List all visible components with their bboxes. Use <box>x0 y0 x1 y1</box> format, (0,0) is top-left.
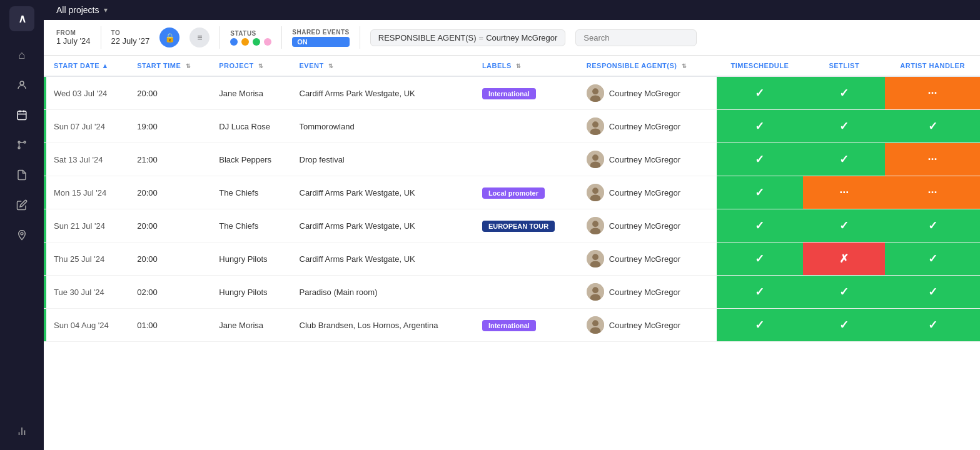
table-container: START DATE ▲ START TIME ⇅ PROJECT ⇅ EVEN… <box>44 56 980 450</box>
cell-artist-handler[interactable]: ··· <box>885 176 980 209</box>
cell-timeschedule[interactable]: ✓ <box>717 209 804 242</box>
col-event[interactable]: EVENT ⇅ <box>292 56 475 76</box>
svg-rect-1 <box>18 111 26 120</box>
shared-events-toggle[interactable]: ON <box>292 37 350 47</box>
cell-project: The Chiefs <box>211 209 291 242</box>
cell-setlist[interactable]: ✗ <box>803 242 885 276</box>
cell-artist-handler[interactable]: ✓ <box>885 276 980 309</box>
cell-event: Cardiff Arms Park Westgate, UK <box>292 76 475 110</box>
menu-button[interactable]: ≡ <box>189 28 210 48</box>
cell-start-time: 01:00 <box>129 309 211 342</box>
status-dot-green[interactable] <box>253 38 260 46</box>
cell-event: Cardiff Arms Park Westgate, UK <box>292 209 475 242</box>
from-value[interactable]: 1 July '24 <box>56 36 91 46</box>
label-badge: International <box>482 88 536 99</box>
cell-agent: Courtney McGregor <box>579 143 717 176</box>
from-filter: FROM 1 July '24 <box>56 29 91 46</box>
cell-artist-handler[interactable]: ··· <box>885 143 980 176</box>
cell-timeschedule[interactable]: ✓ <box>717 110 804 143</box>
chart-icon[interactable] <box>9 419 34 444</box>
svg-point-29 <box>592 254 599 260</box>
avatar <box>587 283 604 301</box>
cell-agent: Courtney McGregor <box>579 209 717 242</box>
cell-setlist[interactable]: ✓ <box>803 209 885 242</box>
divider-2 <box>220 26 220 49</box>
chevron-down-icon[interactable]: ▾ <box>104 6 108 14</box>
cell-start-date: Wed 03 Jul '24 <box>46 76 129 110</box>
svg-point-23 <box>592 188 599 194</box>
to-value[interactable]: 22 July '27 <box>111 36 150 46</box>
cell-setlist[interactable]: ··· <box>803 176 885 209</box>
agent-cell: Courtney McGregor <box>587 283 709 301</box>
cell-event: Cardiff Arms Park Westgate, UK <box>292 242 475 276</box>
app-logo[interactable]: ∧ <box>9 6 34 31</box>
avatar <box>587 118 604 135</box>
status-dot-blue[interactable] <box>230 38 238 46</box>
agent-cell: Courtney McGregor <box>587 184 709 201</box>
agent-name: Courtney McGregor <box>609 155 680 164</box>
cell-label: International <box>475 76 579 110</box>
table-row: Sun 04 Aug '2401:00Jane MorisaClub Brand… <box>44 309 980 342</box>
project-selector[interactable]: All projects <box>56 5 99 15</box>
cell-timeschedule[interactable]: ✓ <box>717 309 804 342</box>
avatar <box>587 151 604 168</box>
cell-event: Drop festival <box>292 143 475 176</box>
col-labels[interactable]: LABELS ⇅ <box>475 56 579 76</box>
cell-artist-handler[interactable]: ✓ <box>885 209 980 242</box>
from-label: FROM <box>56 29 91 36</box>
agent-cell: Courtney McGregor <box>587 316 709 334</box>
cell-setlist[interactable]: ✓ <box>803 276 885 309</box>
cell-setlist[interactable]: ✓ <box>803 76 885 110</box>
cell-project: Black Peppers <box>211 143 291 176</box>
cell-setlist[interactable]: ✓ <box>803 143 885 176</box>
col-artist-handler[interactable]: ARTIST HANDLER <box>885 56 980 76</box>
search-input[interactable] <box>575 29 697 46</box>
status-dot-pink[interactable] <box>264 38 271 46</box>
cell-timeschedule[interactable]: ✓ <box>717 242 804 276</box>
cell-setlist[interactable]: ✓ <box>803 110 885 143</box>
avatar <box>587 84 604 102</box>
edit-icon[interactable] <box>9 192 34 218</box>
cell-timeschedule[interactable]: ✓ <box>717 143 804 176</box>
cell-setlist[interactable]: ✓ <box>803 309 885 342</box>
responsible-value: Courtney McGregor <box>486 33 557 42</box>
label-badge: Local promoter <box>482 188 545 199</box>
events-table: START DATE ▲ START TIME ⇅ PROJECT ⇅ EVEN… <box>44 56 980 342</box>
cell-event: Paradiso (Main room) <box>292 276 475 309</box>
calendar-icon[interactable] <box>9 102 34 128</box>
responsible-agent-filter[interactable]: RESPONSIBLE AGENT(S) = Courtney McGregor <box>370 29 566 46</box>
col-start-time[interactable]: START TIME ⇅ <box>129 56 211 76</box>
table-row: Wed 03 Jul '2420:00Jane MorisaCardiff Ar… <box>44 76 980 110</box>
cell-artist-handler[interactable]: ··· <box>885 76 980 110</box>
cell-timeschedule[interactable]: ✓ <box>717 76 804 110</box>
cell-project: Jane Morisa <box>211 76 291 110</box>
cell-start-time: 20:00 <box>129 209 211 242</box>
col-responsible[interactable]: RESPONSIBLE AGENT(S) ⇅ <box>579 56 717 76</box>
agent-name: Courtney McGregor <box>609 254 680 264</box>
cell-label <box>475 276 579 309</box>
person-icon[interactable] <box>9 72 34 98</box>
cell-start-date: Thu 25 Jul '24 <box>46 242 129 276</box>
main-content: All projects ▾ FROM 1 July '24 TO 22 Jul… <box>44 0 980 450</box>
col-start-date[interactable]: START DATE ▲ <box>46 56 129 76</box>
divider-3 <box>281 26 282 49</box>
fork-icon[interactable] <box>9 132 34 158</box>
col-setlist[interactable]: SETLIST <box>803 56 885 76</box>
col-project[interactable]: PROJECT ⇅ <box>211 56 291 76</box>
cell-timeschedule[interactable]: ✓ <box>717 176 804 209</box>
cell-label: EUROPEAN TOUR <box>475 209 579 242</box>
cell-artist-handler[interactable]: ✓ <box>885 309 980 342</box>
document-icon[interactable] <box>9 162 34 188</box>
col-timeschedule[interactable]: TIMESCHEDULE <box>717 56 804 76</box>
cell-artist-handler[interactable]: ✓ <box>885 242 980 276</box>
home-icon[interactable]: ⌂ <box>9 42 34 68</box>
svg-point-32 <box>592 287 599 293</box>
cell-timeschedule[interactable]: ✓ <box>717 276 804 309</box>
status-dot-orange[interactable] <box>241 38 249 46</box>
location-icon[interactable] <box>9 222 34 248</box>
lock-button[interactable]: 🔒 <box>159 28 179 48</box>
cell-artist-handler[interactable]: ✓ <box>885 110 980 143</box>
cell-start-time: 20:00 <box>129 176 211 209</box>
filter-bar: FROM 1 July '24 TO 22 July '27 🔒 ≡ STATU… <box>44 20 980 56</box>
divider-1 <box>101 26 101 49</box>
